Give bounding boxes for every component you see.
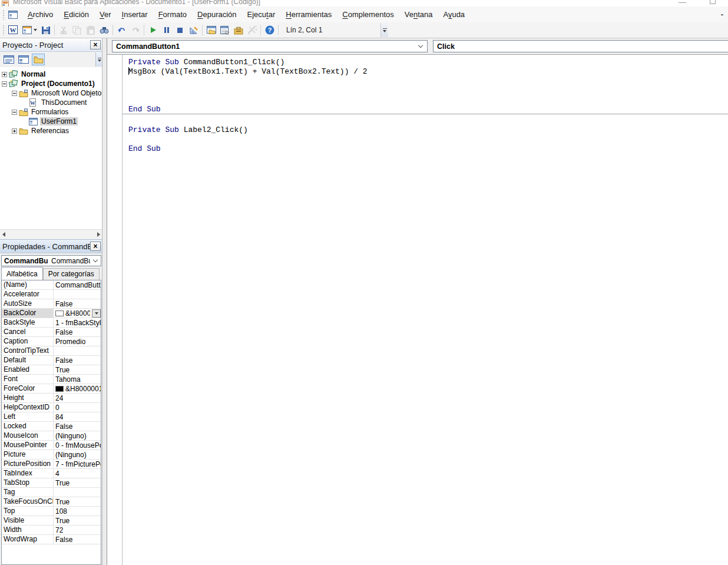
property-row[interactable]: Height24 bbox=[2, 394, 101, 403]
insert-userform-button[interactable] bbox=[20, 24, 39, 37]
tree-item[interactable]: WThisDocument bbox=[0, 98, 102, 107]
property-row[interactable]: BackStyle1 - fmBackStyleOpaque bbox=[2, 318, 101, 328]
pause-button[interactable] bbox=[160, 24, 173, 37]
menu-item-archivo[interactable]: Archivo bbox=[22, 8, 58, 21]
menu-item-ver[interactable]: Ver bbox=[94, 8, 117, 21]
code-lines[interactable]: Private Sub CommandButton1_Click()MsgBox… bbox=[123, 55, 728, 565]
run-button[interactable] bbox=[146, 24, 160, 37]
tab-alfabetica[interactable]: Alfabética bbox=[1, 267, 43, 280]
property-value[interactable] bbox=[54, 346, 101, 355]
property-row[interactable]: Tag bbox=[2, 488, 101, 497]
tree-item[interactable]: −Formularios bbox=[0, 107, 102, 117]
dock-scroll-strip[interactable] bbox=[102, 38, 106, 565]
view-object-button[interactable] bbox=[17, 54, 30, 65]
property-value[interactable]: 84 bbox=[54, 412, 101, 421]
toolbar-overflow-button[interactable] bbox=[380, 23, 388, 37]
property-row[interactable]: (Name)CommandButton1 bbox=[2, 280, 101, 290]
property-value[interactable]: False bbox=[54, 299, 101, 308]
property-row[interactable]: ForeColor&H80000012& bbox=[2, 384, 101, 394]
property-value[interactable]: &H80000012& bbox=[54, 384, 101, 393]
code-line[interactable]: Private Sub CommandButton1_Click() bbox=[128, 58, 728, 67]
property-value[interactable]: 72 bbox=[54, 526, 101, 534]
code-line[interactable] bbox=[128, 135, 728, 144]
dropdown-button[interactable] bbox=[92, 309, 101, 318]
toolbox-button[interactable] bbox=[231, 24, 245, 37]
code-line[interactable] bbox=[128, 86, 728, 95]
code-editor[interactable]: Private Sub CommandButton1_Click()MsgBox… bbox=[107, 55, 728, 565]
tree-item[interactable]: −Microsoft Word Objetos bbox=[0, 88, 102, 98]
property-row[interactable]: MousePointer0 - fmMousePointerDefault bbox=[2, 441, 101, 450]
code-line[interactable] bbox=[128, 77, 728, 86]
code-line[interactable] bbox=[128, 95, 728, 105]
design-mode-button[interactable] bbox=[187, 24, 200, 37]
property-row[interactable]: CaptionPromedio bbox=[2, 337, 101, 346]
code-line[interactable] bbox=[128, 116, 728, 125]
property-row[interactable]: Width72 bbox=[2, 526, 101, 535]
tab-porcategorias[interactable]: Por categorías bbox=[43, 268, 100, 280]
property-row[interactable]: FontTahoma bbox=[2, 375, 101, 384]
property-row[interactable]: ControlTipText bbox=[2, 346, 101, 356]
find-button[interactable] bbox=[97, 24, 111, 37]
property-row[interactable]: VisibleTrue bbox=[2, 516, 101, 526]
property-row[interactable]: TabIndex4 bbox=[2, 469, 101, 478]
undo-button[interactable] bbox=[115, 24, 128, 37]
property-value[interactable]: False bbox=[54, 422, 101, 431]
menu-item-ayuda[interactable]: Ayuda bbox=[438, 8, 470, 21]
child-minimize-button[interactable]: - bbox=[721, 10, 723, 19]
property-row[interactable]: TakeFocusOnClickTrue bbox=[2, 497, 101, 507]
tree-item[interactable]: +Normal bbox=[0, 70, 102, 79]
toolbar-grip[interactable] bbox=[2, 25, 5, 35]
properties-window-button[interactable] bbox=[218, 24, 231, 37]
property-value[interactable] bbox=[54, 290, 101, 299]
property-value[interactable]: True bbox=[54, 497, 101, 506]
property-row[interactable]: PicturePosition7 - fmPicturePositionAbov… bbox=[2, 460, 101, 469]
close-icon[interactable]: × bbox=[90, 40, 101, 49]
save-button[interactable] bbox=[39, 24, 52, 37]
property-value[interactable]: 1 - fmBackStyleOpaque bbox=[54, 318, 101, 327]
property-value[interactable]: CommandButton1 bbox=[54, 280, 101, 289]
property-row[interactable]: Picture(Ninguno) bbox=[2, 450, 101, 460]
code-line[interactable]: End Sub bbox=[128, 144, 728, 154]
collapse-icon[interactable]: − bbox=[12, 91, 17, 96]
menu-item-herramientas[interactable]: Herramientas bbox=[280, 8, 337, 21]
property-value[interactable]: 0 bbox=[54, 403, 101, 412]
property-row[interactable]: HelpContextID0 bbox=[2, 403, 101, 412]
collapse-icon[interactable]: − bbox=[2, 81, 7, 87]
property-row[interactable]: BackColor&H8000000F& bbox=[2, 309, 101, 318]
property-row[interactable]: WordWrapFalse bbox=[2, 535, 101, 544]
menu-item-edicion[interactable]: Edición bbox=[58, 8, 94, 21]
menu-item-complementos[interactable]: Complementos bbox=[337, 8, 399, 21]
property-value[interactable]: 7 - fmPicturePositionAboveCenter bbox=[54, 460, 101, 468]
property-row[interactable]: CancelFalse bbox=[2, 328, 101, 337]
project-hscrollbar[interactable] bbox=[0, 229, 102, 239]
code-line[interactable]: MsgBox (Val(TextBox1.Text) + Val(TextBox… bbox=[128, 67, 728, 77]
property-value[interactable]: True bbox=[54, 478, 101, 487]
property-row[interactable]: Accelerator bbox=[2, 290, 101, 299]
property-value[interactable]: False bbox=[54, 328, 101, 336]
minimize-icon[interactable]: — bbox=[679, 0, 686, 6]
object-dropdown[interactable]: CommandButton1 bbox=[112, 40, 428, 52]
project-tree[interactable]: +Normal−Project (Documento1)−Microsoft W… bbox=[0, 67, 102, 229]
close-icon[interactable]: × bbox=[90, 242, 101, 251]
property-row[interactable]: Left84 bbox=[2, 412, 101, 422]
restore-icon[interactable] bbox=[710, 0, 716, 4]
property-value[interactable]: 0 - fmMousePointerDefault bbox=[54, 441, 101, 450]
view-word-button[interactable]: W bbox=[6, 24, 20, 37]
tree-item[interactable]: −Project (Documento1) bbox=[0, 79, 102, 88]
property-value[interactable]: Tahoma bbox=[54, 375, 101, 384]
menu-item-ejecutar[interactable]: Ejecutar bbox=[242, 8, 281, 21]
property-value[interactable] bbox=[54, 488, 101, 497]
stop-button[interactable] bbox=[173, 24, 187, 37]
event-dropdown[interactable]: Click bbox=[433, 40, 728, 52]
mdi-child-icon[interactable] bbox=[8, 11, 18, 19]
property-value[interactable]: True bbox=[54, 516, 101, 525]
menu-item-formato[interactable]: Formato bbox=[153, 8, 192, 21]
collapse-icon[interactable]: − bbox=[12, 110, 17, 115]
toggle-folders-button[interactable] bbox=[32, 54, 45, 65]
menu-item-depuracion[interactable]: Depuración bbox=[192, 8, 242, 21]
scroll-left-icon[interactable] bbox=[2, 232, 5, 237]
help-button[interactable]: ? bbox=[263, 24, 276, 37]
property-value[interactable]: True bbox=[54, 365, 101, 374]
property-value[interactable]: False bbox=[54, 356, 101, 365]
property-value[interactable]: Promedio bbox=[54, 337, 101, 346]
